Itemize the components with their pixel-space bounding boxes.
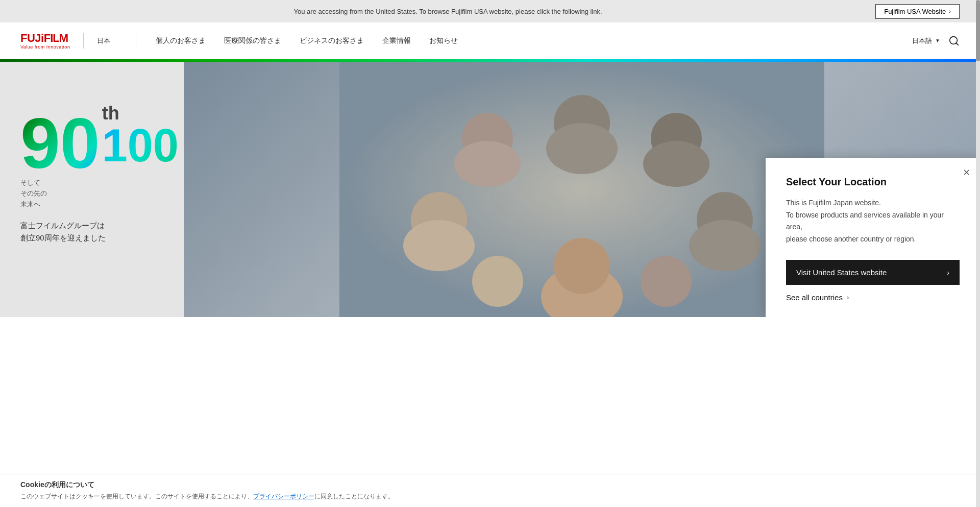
svg-rect-17 — [339, 62, 824, 317]
header: FUJiFILM Value from Innovation 日本 個人のお客さ… — [0, 22, 980, 59]
banner-text: You are accessing from the United States… — [20, 8, 875, 15]
location-popup: × Select Your Location This is Fujifilm … — [766, 158, 980, 317]
hero-photo — [339, 62, 824, 317]
search-icon — [948, 35, 960, 46]
fujifilm-usa-button[interactable]: Fujifilm USA Website › — [875, 4, 960, 19]
language-selector[interactable]: 日本語 ▼ — [912, 36, 940, 45]
tagline-line1: そして — [20, 178, 163, 188]
svg-line-1 — [956, 43, 958, 45]
popup-desc-line3: please choose another country or region. — [786, 233, 960, 246]
nav-item-medical[interactable]: 医療関係の皆さま — [215, 22, 290, 59]
popup-close-button[interactable]: × — [963, 167, 970, 178]
chevron-down-icon: ▼ — [935, 38, 940, 43]
popup-title: Select Your Location — [786, 176, 960, 188]
language-label: 日本語 — [912, 36, 932, 45]
scrollbar[interactable] — [976, 0, 980, 317]
hero-number: 90 — [20, 113, 100, 174]
visit-us-label: Visit United States website — [796, 268, 887, 277]
nav-item-business[interactable]: ビジネスのお客さま — [290, 22, 373, 59]
fujifilm-usa-label: Fujifilm USA Website — [884, 8, 946, 15]
see-all-label: See all countries — [786, 293, 843, 302]
logo-divider — [83, 33, 84, 49]
logo-text: FUJiFILM — [20, 32, 70, 44]
logo-jp: 日本 — [97, 36, 110, 45]
nav-item-personal[interactable]: 個人のお客さま — [146, 22, 215, 59]
header-right: 日本語 ▼ — [912, 35, 960, 46]
hero-section: 90 th 100 そして その先の 未来へ 富士フイルムグループは 創立90周… — [0, 62, 980, 317]
see-all-arrow: › — [847, 294, 849, 301]
search-button[interactable] — [948, 35, 960, 46]
tagline-line2: その先の — [20, 188, 163, 199]
visit-us-arrow: › — [947, 269, 949, 277]
hero-desc-line2: 創立90周年を迎えました — [20, 232, 163, 244]
logo-area: FUJiFILM Value from Innovation 日本 — [20, 32, 110, 50]
tagline-line3: 未来へ — [20, 199, 163, 210]
nav-item-news[interactable]: お知らせ — [420, 22, 467, 59]
hero-desc-line1: 富士フイルムグループは — [20, 220, 163, 232]
hero-description: 富士フイルムグループは 創立90周年を迎えました — [20, 220, 163, 244]
logo-subtitle: Value from Innovation — [20, 45, 70, 50]
scrollbar-thumb[interactable] — [976, 0, 980, 61]
nav-item-corporate[interactable]: 企業情報 — [373, 22, 420, 59]
top-banner: You are accessing from the United States… — [0, 0, 980, 22]
fujifilm-logo[interactable]: FUJiFILM Value from Innovation — [20, 32, 70, 50]
hero-hundred: 100 — [102, 123, 179, 168]
fujifilm-usa-arrow: › — [949, 8, 951, 14]
main-nav: 個人のお客さま 医療関係の皆さま ビジネスのお客さま 企業情報 お知らせ — [126, 22, 912, 59]
hero-left: 90 th 100 そして その先の 未来へ 富士フイルムグループは 創立90周… — [0, 62, 184, 317]
hero-tagline: そして その先の 未来へ — [20, 178, 163, 209]
nav-divider-start — [136, 36, 136, 46]
popup-desc-line1: This is Fujifilm Japan website. — [786, 197, 960, 209]
see-all-countries-link[interactable]: See all countries › — [786, 293, 960, 302]
visit-us-button[interactable]: Visit United States website › — [786, 260, 960, 285]
popup-description: This is Fujifilm Japan website. To brows… — [786, 197, 960, 246]
popup-desc-line2: To browse products and services availabl… — [786, 209, 960, 234]
